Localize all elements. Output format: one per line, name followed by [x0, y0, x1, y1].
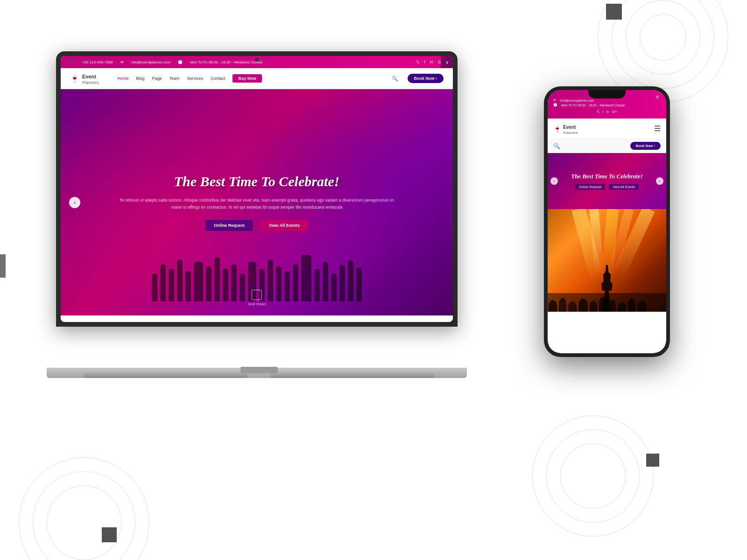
phone-hero-buttons: Online Request View All Events — [575, 184, 639, 190]
phone-book-button[interactable]: Book Now › — [630, 142, 661, 150]
deco-circle-2 — [612, 0, 714, 89]
phone-topbar-email-row: ✉ info@eventplanner.com — [553, 98, 661, 102]
phone-hero-next[interactable]: › — [656, 177, 663, 185]
laptop-nav-links: Home Blog Page Team Services Contact Buy… — [118, 74, 382, 83]
laptop-phone-number: +00 123-456-7890 — [82, 60, 113, 64]
twitter-icon[interactable]: 𝕏 — [416, 60, 419, 64]
laptop-phone-icon: 📞 — [70, 60, 75, 64]
hero-content: The Best Time To Celebrate! Te obtinuit … — [79, 174, 434, 231]
phone-navbar: 🍷 Event Planners ☰ — [548, 119, 666, 139]
phone-facebook-icon[interactable]: f — [602, 110, 603, 114]
deco-circle-10 — [560, 443, 626, 509]
phone-hours: Mon To Fri 08:00 - 18:00 - Weekend Close… — [561, 104, 625, 107]
linkedin-icon[interactable]: in — [430, 60, 433, 64]
laptop-logo: 🍷 Event Planners — [70, 72, 99, 85]
phone-brand-name: Event — [563, 125, 576, 130]
book-now-button[interactable]: Book Now › — [408, 74, 444, 83]
phone-twitter-icon[interactable]: 𝕏 — [597, 110, 599, 114]
deco-circle-5 — [19, 457, 149, 560]
phone-googleplus-icon[interactable]: G+ — [612, 110, 617, 114]
brand-sub: Planners — [82, 80, 99, 85]
phone-hero-title: The Best Time To Celebrate! — [571, 173, 643, 180]
phone-search-icon[interactable]: 🔍 — [553, 143, 560, 149]
brand-name: Event — [82, 74, 96, 79]
deco-square-2 — [646, 454, 659, 467]
phone-mockup: ✕ ✉ info@eventplanner.com 🕐 Mon To Fri 0… — [544, 86, 670, 357]
laptop-screen-content: 📞 +00 123-456-7890 ✉ info@eventplanner.c… — [61, 56, 453, 322]
laptop-topbar-social: 𝕏 f in G+ — [416, 60, 444, 64]
laptop-foot-left — [84, 372, 247, 378]
scroll-down-box: ⌄ — [252, 290, 262, 300]
deco-square-4 — [102, 527, 117, 542]
phone-hero-prev[interactable]: ‹ — [550, 177, 558, 185]
scroll-down-indicator[interactable]: ⌄ Sroll Down — [248, 290, 266, 306]
phone-topbar-hours-row: 🕐 Mon To Fri 08:00 - 18:00 - Weekend Clo… — [553, 103, 661, 107]
phone-email-icon: ✉ — [553, 98, 556, 102]
laptop-camera — [255, 58, 259, 62]
online-request-button[interactable]: Online Request — [205, 220, 253, 231]
laptop-mockup: 📞 +00 123-456-7890 ✉ info@eventplanner.c… — [56, 51, 462, 378]
nav-page[interactable]: Page — [152, 76, 162, 81]
phone-logo-text: Event Planners — [563, 122, 578, 135]
phone-brand-sub: Planners — [563, 131, 578, 135]
phone-logo: 🍷 Event Planners — [553, 122, 578, 135]
laptop-topbar-left: 📞 +00 123-456-7890 ✉ info@eventplanner.c… — [70, 60, 262, 64]
scroll-down-label: Sroll Down — [248, 302, 266, 306]
deco-square-3 — [0, 254, 6, 278]
deco-circle-4 — [640, 14, 686, 61]
phone-logo-icon: 🍷 — [553, 125, 561, 133]
topbar-chevron[interactable]: ∨ — [441, 56, 453, 68]
hero-body-text: Te obtinuit ut adepto satis somno. Allis… — [117, 197, 397, 210]
nav-home[interactable]: Home — [118, 76, 129, 81]
hero-buttons: Online Request View All Events — [117, 220, 397, 231]
facebook-icon[interactable]: f — [424, 60, 425, 64]
deco-circle-7 — [47, 485, 121, 560]
phone-search-bar: 🔍 Book Now › — [548, 139, 666, 153]
laptop-hours: Mon To Fri 08:00 - 18:00 - Weekend Close… — [190, 60, 262, 64]
laptop-hero: ‹ The Best Time To Celebrate! Te obtinui… — [61, 89, 453, 315]
hamburger-menu[interactable]: ☰ — [654, 124, 661, 133]
phone-online-request-button[interactable]: Online Request — [575, 184, 605, 190]
deco-circle-3 — [626, 0, 700, 75]
nav-contact[interactable]: Contact — [211, 76, 225, 81]
laptop-screen-frame: 📞 +00 123-456-7890 ✉ info@eventplanner.c… — [56, 51, 458, 327]
phone-screen-content: ✉ info@eventplanner.com 🕐 Mon To Fri 08:… — [548, 90, 666, 353]
laptop-navbar: 🍷 Event Planners Home Blog Page Team Ser… — [61, 68, 453, 89]
nav-buy-button[interactable]: Buy Now — [233, 74, 262, 83]
view-all-events-button[interactable]: View All Events — [261, 220, 308, 231]
phone-clock-icon: 🕐 — [553, 103, 557, 107]
concert-crowd — [548, 293, 666, 312]
hero-title: The Best Time To Celebrate! — [117, 174, 397, 189]
phone-close-button[interactable]: ✕ — [655, 94, 660, 100]
phone-concert-image — [548, 209, 666, 312]
phone-notch — [588, 90, 626, 98]
logo-text: Event Planners — [82, 72, 99, 85]
logo-icon: 🍷 — [70, 74, 79, 83]
laptop-clock-icon: 🕐 — [178, 60, 183, 64]
phone-hero: ‹ The Best Time To Celebrate! Online Req… — [548, 153, 666, 209]
nav-blog[interactable]: Blog — [136, 76, 145, 81]
phone-linkedin-icon[interactable]: in — [606, 110, 609, 114]
deco-circle-9 — [546, 429, 640, 523]
search-icon[interactable]: 🔍 — [392, 76, 398, 82]
hero-prev-button[interactable]: ‹ — [69, 197, 80, 208]
phone-view-events-button[interactable]: View All Events — [609, 184, 639, 190]
phone-email: info@eventplanner.com — [560, 99, 594, 102]
deco-circle-6 — [33, 471, 135, 560]
laptop-foot-right — [271, 372, 434, 378]
nav-team[interactable]: Team — [169, 76, 180, 81]
deco-circle-8 — [532, 415, 654, 537]
laptop-email-icon: ✉ — [120, 60, 124, 64]
deco-square-1 — [606, 4, 622, 20]
laptop-hinge — [240, 367, 278, 373]
nav-services[interactable]: Services — [187, 76, 204, 81]
laptop-email: info@eventplanner.com — [131, 60, 170, 64]
phone-social-icons: 𝕏 f in G+ — [553, 108, 661, 116]
